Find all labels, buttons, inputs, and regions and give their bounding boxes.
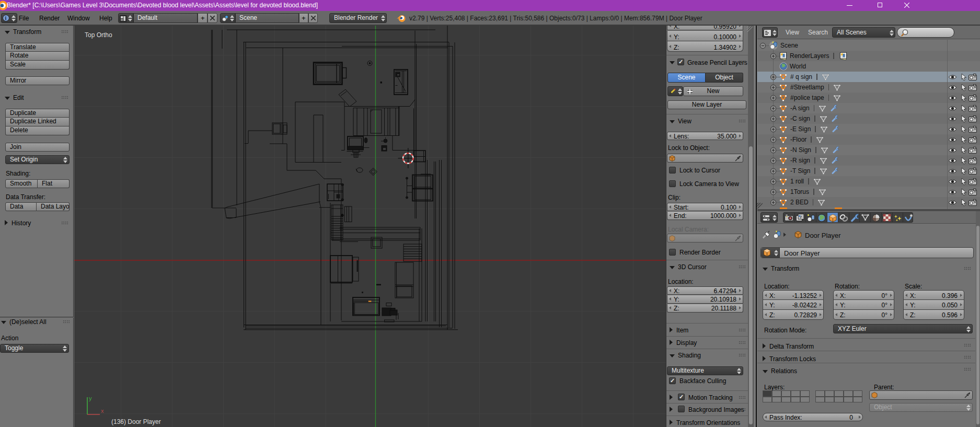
svg-text:(136) Door Player: (136) Door Player bbox=[111, 418, 161, 425]
svg-text:Top Ortho: Top Ortho bbox=[85, 31, 112, 39]
svg-text:i: i bbox=[5, 15, 7, 21]
svg-text:x: x bbox=[101, 408, 104, 414]
svg-text:y: y bbox=[89, 395, 92, 401]
